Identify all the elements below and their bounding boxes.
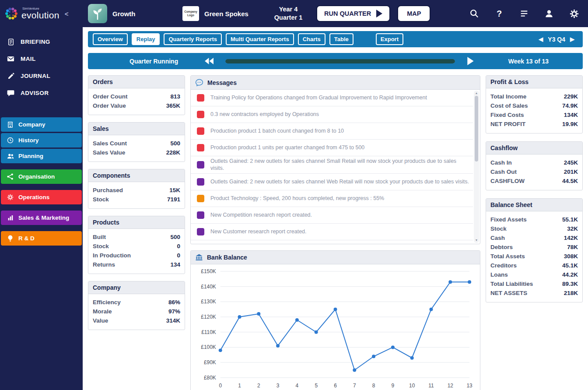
sidebar-collapse-button[interactable]: < <box>65 10 69 18</box>
stat-label: Stock <box>93 243 109 249</box>
message-category-dot <box>197 161 204 169</box>
stat-label: Fixed Costs <box>490 112 524 118</box>
stat-row: Total Income 229K <box>490 92 578 101</box>
message-text: Outlets Gained: 2 new outlets for sales … <box>210 158 470 172</box>
module-label: Organisation <box>18 173 55 180</box>
message-text: New Competition research report created. <box>210 211 312 218</box>
tab-quarterly-reports[interactable]: Quarterly Reports <box>164 33 222 45</box>
run-quarter-button[interactable]: RUN QUARTER <box>316 5 390 22</box>
stat-row: Total Assets 308K <box>490 252 578 261</box>
stat-row: Efficiency 86% <box>93 298 180 307</box>
message-item: New Competition research report created. <box>191 207 473 224</box>
tasks-button[interactable] <box>519 8 529 19</box>
sidebar-module-sales-marketing[interactable]: Sales & Marketing <box>1 211 82 225</box>
replay-progress-fill <box>225 59 455 63</box>
sidebar-item-journal[interactable]: JOURNAL <box>0 67 83 84</box>
scenario-label: Growth <box>112 10 136 18</box>
sidebar-module-planning[interactable]: Planning <box>1 149 82 163</box>
sidebar-module-operations[interactable]: Operations <box>1 190 82 204</box>
stat-label: Stock <box>490 225 507 232</box>
sidebar-module-organisation[interactable]: Organisation <box>1 169 82 184</box>
message-text: Training Policy for Operations changed f… <box>210 94 427 101</box>
tab-overview[interactable]: Overview <box>93 33 128 45</box>
stat-row: CASHFLOW 44.5K <box>490 176 578 186</box>
bank-balance-title: Bank Balance <box>207 254 247 261</box>
sidebar-item-advisor[interactable]: ADVISOR <box>0 84 83 102</box>
org-network-icon <box>6 173 14 180</box>
scrollbar-thumb[interactable] <box>475 96 478 162</box>
replay-play-icon[interactable] <box>466 56 474 66</box>
stat-label: Creditors <box>490 262 517 269</box>
messages-panel: Messages Training Policy for Operations … <box>190 75 480 244</box>
stat-label: Total Income <box>490 93 526 100</box>
stat-value: 229K <box>564 93 578 100</box>
scroll-down-icon[interactable]: ▼ <box>474 238 479 242</box>
stat-value: 55.1K <box>562 216 578 223</box>
stat-row: Creditors 45.1K <box>490 261 578 270</box>
svg-text:£150K: £150K <box>201 268 216 274</box>
sidebar-item-mail[interactable]: MAIL <box>0 50 83 67</box>
tab-multi-quarter-reports[interactable]: Multi Quarter Reports <box>226 33 294 45</box>
sidebar-module-company[interactable]: Company <box>1 117 82 132</box>
report-tabbar: Overview Replay Quarterly Reports Multi … <box>88 31 583 47</box>
message-text: New Customer research report created. <box>210 228 307 235</box>
export-button[interactable]: Export <box>376 33 403 45</box>
stat-value: 44.2K <box>562 271 578 278</box>
profile-button[interactable] <box>544 8 554 19</box>
replay-controls: Quarter Running Week 13 of 13 <box>88 53 583 69</box>
stat-value: 228K <box>166 149 180 156</box>
replay-progress-track[interactable] <box>225 59 455 63</box>
bank-balance-chart-container: £80K£90K£100K£110K£120K£130K£140K£150K01… <box>191 264 480 390</box>
search-button[interactable] <box>469 8 480 19</box>
settings-button[interactable] <box>569 8 579 19</box>
stat-label: Debtors <box>490 244 513 250</box>
svg-text:£80K: £80K <box>204 375 216 381</box>
right-finance-column: Profit & Loss Total Income 229K Cost of <box>486 75 583 302</box>
module-label: Planning <box>18 153 43 159</box>
tools-gear-icon <box>6 193 14 201</box>
svg-text:2: 2 <box>257 383 260 389</box>
bank-balance-panel: Bank Balance £80K£90K£100K£110K£120K£130… <box>190 250 480 390</box>
stat-row: Order Count 813 <box>93 92 180 101</box>
stat-value: 0 <box>177 243 180 249</box>
stat-value: 97% <box>168 308 180 315</box>
sidebar-module-rnd[interactable]: R & D <box>1 231 82 246</box>
period-quarter: Quarter 1 <box>265 14 312 22</box>
messages-scrollbar[interactable]: ▲ ▼ <box>474 91 479 243</box>
stat-row: Cost of Sales 74.9K <box>490 101 578 110</box>
message-text: Production product 1 units per quarter c… <box>210 144 364 151</box>
stat-row: Cash Out 201K <box>490 167 578 176</box>
brand-text: SimVenture evolution <box>21 7 60 21</box>
company-name: Green Spokes <box>204 10 248 18</box>
sidebar: BRIEFING MAIL JOURNAL ADVISOR <box>0 27 83 390</box>
prev-quarter-icon[interactable]: ◀ <box>539 36 543 42</box>
stat-label: NET ASSETS <box>490 290 527 296</box>
stat-label: Order Value <box>93 102 126 109</box>
svg-text:12: 12 <box>448 383 454 389</box>
period-year: Year 4 <box>265 5 312 14</box>
sidebar-item-briefing[interactable]: BRIEFING <box>0 33 83 50</box>
company-logo-label: Company Logo <box>183 10 198 18</box>
tab-charts[interactable]: Charts <box>298 33 326 45</box>
message-item: Production product 1 batch count changed… <box>191 123 473 140</box>
rewind-icon[interactable] <box>204 57 214 65</box>
help-button[interactable]: ? <box>494 8 504 19</box>
sidebar-module-history[interactable]: History <box>1 133 82 148</box>
stat-label: Order Count <box>93 93 128 100</box>
sidebar-item-label: JOURNAL <box>21 73 50 79</box>
svg-text:8: 8 <box>372 383 375 389</box>
map-button[interactable]: MAP <box>397 5 430 22</box>
message-item: Product Technology : Speed, 200 hours co… <box>191 190 473 207</box>
svg-text:13: 13 <box>466 383 472 389</box>
next-quarter-icon[interactable]: ▶ <box>570 36 574 42</box>
stat-row: Morale 97% <box>93 307 180 316</box>
tab-table[interactable]: Table <box>329 33 354 45</box>
scroll-up-icon[interactable]: ▲ <box>474 91 479 95</box>
svg-text:4: 4 <box>296 383 299 389</box>
stat-row: Stock 0 <box>93 242 180 251</box>
company-logo-badge[interactable]: Company Logo <box>182 6 199 21</box>
panel-company: Company Efficiency 86% Morale <box>88 281 185 330</box>
tab-replay[interactable]: Replay <box>132 33 160 45</box>
panel-products: Products Built 500 Stock <box>88 216 185 274</box>
panel-cashflow: Cashflow Cash In 245K Cash Out <box>486 141 583 190</box>
